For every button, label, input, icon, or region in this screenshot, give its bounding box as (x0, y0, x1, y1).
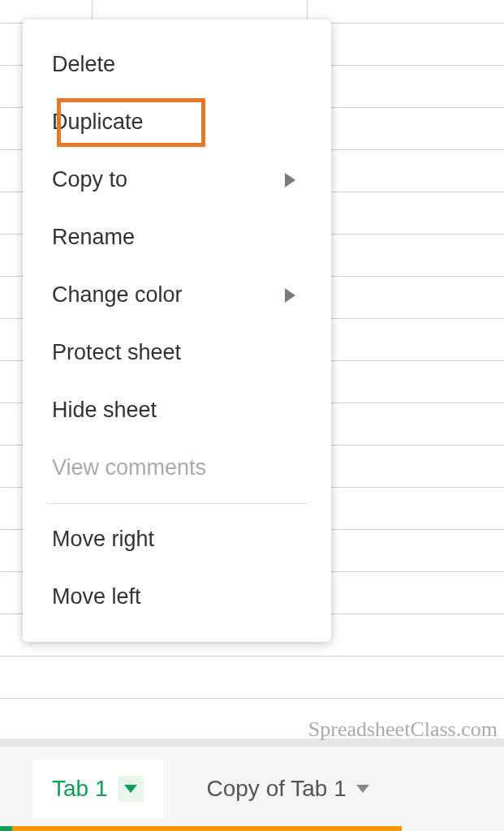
menu-item-label: Duplicate (52, 110, 144, 135)
menu-item-label: Copy to (52, 167, 127, 192)
menu-item-move-right[interactable]: Move right (23, 510, 331, 568)
sheet-tab-label: Copy of Tab 1 (207, 776, 347, 802)
menu-item-label: Move left (52, 584, 141, 609)
sheet-tab-dropdown[interactable] (118, 776, 144, 802)
sheet-tab-active[interactable]: Tab 1 (32, 760, 163, 818)
sheet-tabs-bar: Tab 1 Copy of Tab 1 (0, 747, 504, 831)
menu-item-rename[interactable]: Rename (23, 209, 331, 266)
sheet-tab-inactive[interactable]: Copy of Tab 1 (187, 760, 389, 818)
menu-item-label: Rename (52, 225, 135, 250)
menu-item-label: Move right (52, 527, 154, 552)
menu-item-move-left[interactable]: Move left (23, 568, 331, 626)
sheet-tab-label: Tab 1 (52, 776, 108, 802)
menu-item-delete[interactable]: Delete (23, 36, 331, 93)
menu-item-label: Delete (52, 52, 115, 77)
submenu-arrow-icon (285, 173, 295, 187)
submenu-arrow-icon (285, 288, 295, 303)
menu-item-label: Hide sheet (52, 398, 157, 423)
chevron-down-icon (356, 785, 369, 793)
menu-item-hide-sheet[interactable]: Hide sheet (23, 381, 331, 439)
watermark-text: SpreadsheetClass.com (308, 717, 498, 742)
menu-item-copy-to[interactable]: Copy to (23, 151, 331, 209)
menu-item-label: Change color (52, 282, 183, 308)
menu-item-protect-sheet[interactable]: Protect sheet (23, 324, 331, 381)
sheet-tab-context-menu: Delete Duplicate Copy to Rename Change c… (23, 19, 331, 642)
menu-separator (47, 503, 307, 504)
sheet-tab-dropdown[interactable] (356, 785, 369, 793)
menu-item-label: View comments (52, 455, 206, 480)
menu-item-label: Protect sheet (52, 340, 181, 365)
menu-item-change-color[interactable]: Change color (23, 266, 331, 324)
tab-underline-active (0, 826, 12, 831)
chevron-down-icon (124, 785, 137, 793)
tab-underline-orange (12, 826, 402, 831)
menu-item-view-comments: View comments (23, 439, 331, 497)
menu-item-duplicate[interactable]: Duplicate (23, 93, 331, 151)
